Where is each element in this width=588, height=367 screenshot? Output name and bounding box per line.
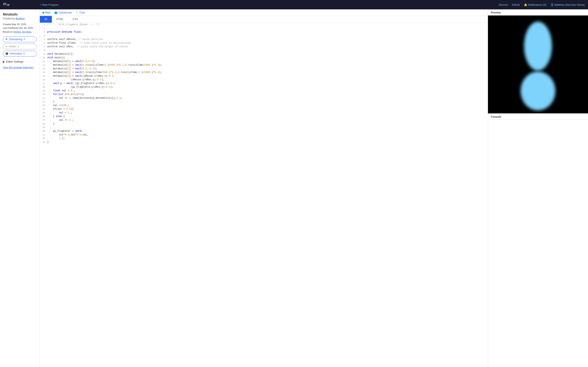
line-content[interactable]: vec2 metaballs[5]; (47, 52, 488, 56)
line-number: 31 (40, 133, 47, 137)
line-content[interactable]: metaballs[3] = vec2(0.0+sin(uTime/600.)*… (47, 71, 488, 74)
line-content[interactable]: vec2 p = vec2( (gl_FragCoord.x/uRes.x)-0… (47, 82, 488, 85)
sidebar: Metaballs Created by Bluebird Created Ma… (0, 9, 40, 367)
table-row: 24 if(val > 0.5){ (40, 107, 488, 111)
line-content[interactable]: uniform float uTime; // time since start… (47, 41, 488, 45)
editor-settings-label: Editor Settings (6, 60, 24, 63)
line-content[interactable]: (gl_FragCoord.y/uRes.y)-0.5); (47, 85, 488, 89)
svg-point-6 (524, 22, 552, 71)
table-row: 26 } else { (40, 115, 488, 118)
line-content[interactable]: void main(){ (47, 56, 488, 59)
line-number: 4 (40, 34, 47, 38)
editor-settings[interactable]: ▶ Editor Settings (3, 60, 37, 63)
new-program-button[interactable]: + New Program (40, 3, 59, 6)
table-row: 17 vec2 p = vec2( (gl_FragCoord.x/uRes.x… (40, 82, 488, 85)
main-layout: Metaballs Created by Bluebird Created Ma… (0, 9, 588, 367)
line-content[interactable]: /** --- GLSL Fragment Shader --- **/ (47, 23, 488, 26)
line-content[interactable]: for(int i=0;i<4;i++){ (47, 92, 488, 96)
table-row: 29 (40, 125, 488, 129)
line-number: 19 (40, 89, 47, 92)
table-row: 12 metaballs[1] = vec2(0.0+cos((uTime+2.… (40, 63, 488, 67)
logo-icon: JS Editor (3, 2, 10, 7)
line-content[interactable]: metaballs[1] = vec2(0.0+cos((uTime+2.)/6… (47, 63, 488, 67)
line-content[interactable]: uniform vec2 uMouse; // mouse position (47, 38, 488, 41)
table-row: 8 (40, 49, 488, 52)
line-number: 7 (40, 45, 47, 49)
header-right: Discord Github 🔔 Notifications (0) 👤 Mat… (499, 3, 585, 6)
line-content[interactable]: uniform vec2 uRes; // pixel width and he… (47, 45, 488, 49)
line-number: 33 (40, 140, 47, 144)
entertaining-tag[interactable]: 👁 Entertaining: 0 (3, 36, 37, 42)
line-number: 11 (40, 59, 47, 63)
line-content[interactable]: } (47, 122, 488, 125)
table-row: 10void main(){ (40, 56, 488, 59)
svg-text:JS Editor: JS Editor (7, 4, 10, 6)
table-row: 2 (40, 26, 488, 30)
line-content[interactable]: val /= 2.; (47, 118, 488, 122)
line-number: 20 (40, 92, 47, 96)
line-content[interactable]: val += 1./pow(distance(p,metaballs[i]),2… (47, 96, 488, 100)
line-content[interactable]: if(val > 0.5){ (47, 107, 488, 111)
tab-html[interactable]: HTML (52, 16, 68, 23)
logo-area: JS Editor (3, 2, 36, 7)
line-content[interactable]: val /=180.; (47, 104, 488, 107)
collaborate-button[interactable]: 👥 Collaborate (54, 11, 72, 14)
line-content[interactable]: } (47, 100, 488, 104)
author-link[interactable]: Bluebird (16, 17, 25, 20)
table-row: 7uniform vec2 uRes; // pixel width and h… (40, 45, 488, 49)
line-number: 5 (40, 38, 47, 41)
line-content[interactable]: val = 1.; (47, 111, 488, 115)
fork-button[interactable]: 🍴 Fork (76, 11, 85, 14)
github-link[interactable]: Github (512, 3, 520, 6)
line-content[interactable]: } else { (47, 115, 488, 118)
table-row: 33} (40, 140, 488, 144)
table-row: 16 (uMouse.y/uRes.y)-0.5); (40, 78, 488, 82)
table-row: 15 metaballs[4] = vec2((uMouse.x/uRes.x)… (40, 74, 488, 78)
line-number: 13 (40, 67, 47, 71)
created-by: Created by Bluebird (3, 17, 37, 20)
table-row: 22 } (40, 100, 488, 104)
line-content[interactable]: metaballs[2] = vec2(0.2,-0.3); (47, 67, 488, 71)
line-number: 16 (40, 78, 47, 82)
line-number: 24 (40, 107, 47, 111)
informative-label: Informative: 0 (10, 52, 25, 55)
preview-canvas (488, 16, 588, 113)
entertaining-icon: 👁 (5, 38, 8, 41)
line-content[interactable]: 1.); (47, 137, 488, 140)
table-row: 20 for(int i=0;i<4;i++){ (40, 92, 488, 96)
user-menu[interactable]: 👤 Matthias (Soli Deo Gloria) (550, 3, 585, 6)
line-number: 32 (40, 137, 47, 140)
discord-link[interactable]: Discord (499, 3, 508, 6)
table-row: 6uniform float uTime; // time since star… (40, 41, 488, 45)
code-editor[interactable]: 1/** --- GLSL Fragment Shader --- **/23p… (40, 23, 488, 367)
line-content[interactable]: (uMouse.y/uRes.y)-0.5); (47, 78, 488, 82)
line-number: 23 (40, 104, 47, 107)
line-number: 29 (40, 125, 47, 129)
tab-js[interactable]: JS (40, 16, 52, 23)
informative-tag[interactable]: 🎓 Informative: 0 (3, 51, 37, 57)
template-link[interactable]: WebGL Template (13, 31, 31, 33)
line-content[interactable]: precision mediump float; (47, 30, 488, 34)
fullscreen-link[interactable]: View this program fullscreen (3, 66, 37, 69)
tab-css[interactable]: CSS (68, 16, 83, 23)
line-content[interactable]: val*0.4,val*0.8,val, (47, 133, 488, 137)
table-row: 23 val /=180.; (40, 104, 488, 107)
console-label: Console (488, 113, 588, 120)
console-area[interactable] (488, 120, 588, 367)
line-content[interactable]: gl_FragColor = vec4( (47, 129, 488, 133)
line-number: 17 (40, 82, 47, 85)
run-button[interactable]: ▶ Run (43, 11, 51, 14)
program-title: Metaballs (3, 13, 37, 16)
line-number: 18 (40, 85, 47, 89)
line-number: 6 (40, 41, 47, 45)
table-row: 4 (40, 34, 488, 38)
line-content[interactable]: metaballs[0] = vec2(0.0,0.3); (47, 59, 488, 63)
notifications-link[interactable]: 🔔 Notifications (0) (524, 3, 546, 6)
line-content[interactable]: metaballs[4] = vec2((uMouse.x/uRes.x)-0.… (47, 74, 488, 78)
line-content[interactable]: } (47, 140, 488, 144)
created-date: Created May 24, 2020 (3, 22, 37, 26)
line-content[interactable]: float val = 0.; (47, 89, 488, 92)
artistic-tag[interactable]: ✏ Artistic: 2 (3, 44, 37, 49)
svg-rect-3 (5, 4, 6, 4)
table-row: 5uniform vec2 uMouse; // mouse position (40, 38, 488, 41)
